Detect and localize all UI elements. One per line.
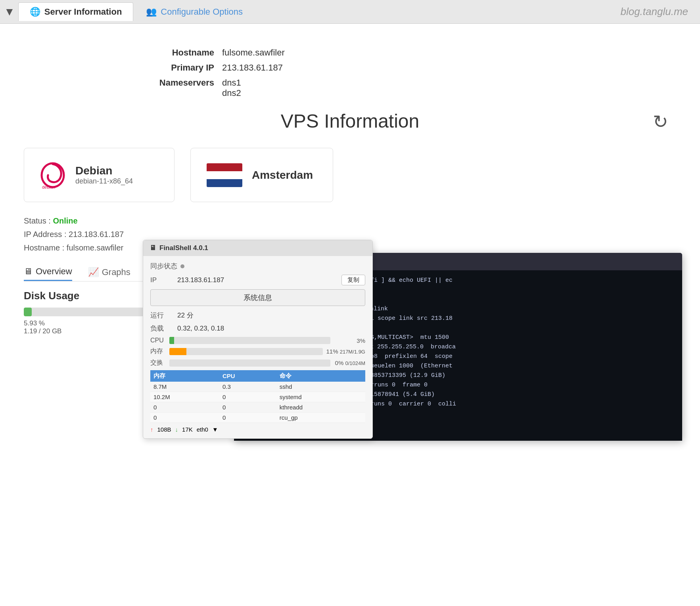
disk-bar-track — [24, 308, 159, 316]
sysinfo-button[interactable]: 系统信息 — [150, 289, 365, 306]
os-name: Debian — [75, 164, 133, 177]
sync-dot — [180, 264, 184, 268]
dropdown-arrow-icon: ▼ — [4, 6, 15, 18]
swap-progress-track — [169, 359, 330, 367]
proc-cpu: 0 — [219, 402, 276, 413]
network-interface: eth0 — [197, 426, 208, 433]
nameserver2-value: dns2 — [222, 88, 381, 98]
os-text-block: Debian debian-11-x86_64 — [75, 164, 133, 185]
proc-header-cpu: CPU — [219, 370, 276, 382]
tab-graphs[interactable]: 📈 Graphs — [88, 266, 130, 281]
upload-arrow-icon: ↑ — [150, 426, 153, 433]
mem-progress-track — [169, 348, 323, 355]
svg-text:debian: debian — [42, 185, 55, 189]
ip-address-label: IP Address : — [24, 230, 69, 239]
swap-stats-row: 交换 0% 0/1024M — [150, 359, 365, 367]
table-row: 10.2M 0 systemd — [150, 392, 365, 402]
tab-overview[interactable]: 🖥 Overview — [24, 266, 72, 281]
download-arrow-icon: ↓ — [175, 426, 178, 433]
status-value: Online — [53, 216, 77, 225]
nameservers-label: Nameservers — [127, 78, 214, 98]
proc-mem: 0 — [150, 413, 219, 423]
refresh-icon: ↻ — [653, 111, 668, 132]
primary-ip-label: Primary IP — [127, 63, 214, 73]
table-row: 0 0 rcu_gp — [150, 413, 365, 423]
proc-cmd: systemd — [276, 392, 365, 402]
finalshell-body: 同步状态 IP 213.183.61.187 复制 系统信息 运行 22 分 负… — [143, 256, 372, 438]
proc-cpu: 0 — [219, 392, 276, 402]
os-version: debian-11-x86_64 — [75, 177, 133, 185]
nameserver1-value: dns1 — [222, 78, 381, 88]
config-icon: 👥 — [146, 7, 157, 17]
uptime-value: 22 分 — [177, 311, 194, 320]
hostname-status-value: fulsome.sawfiler — [67, 243, 123, 252]
network-dropdown-icon[interactable]: ▼ — [212, 426, 218, 433]
cpu-label: CPU — [150, 337, 166, 344]
hostname-status-label: Hostname : — [24, 243, 67, 252]
watermark-text: blog.tanglu.me — [620, 6, 688, 18]
proc-header-cmd: 命令 — [276, 370, 365, 382]
finalshell-titlebar: 🖥 FinalShell 4.0.1 — [143, 240, 372, 256]
swap-label: 交换 — [150, 359, 166, 367]
swap-value: 0% 0/1024M — [334, 359, 365, 366]
location-name: Amsterdam — [252, 169, 313, 182]
debian-logo: debian — [40, 160, 66, 190]
proc-mem: 8.7M — [150, 382, 219, 392]
mem-progress-fill — [169, 348, 186, 355]
cpu-stats-row: CPU 3% — [150, 337, 365, 344]
table-row: 0 0 kthreadd — [150, 402, 365, 413]
proc-cmd: rcu_gp — [276, 413, 365, 423]
finalshell-ip-value: 213.183.61.187 — [177, 276, 224, 284]
top-tab-bar: ▼ 🌐 Server Information 👥 Configurable Op… — [0, 0, 700, 24]
globe-icon: 🌐 — [30, 7, 40, 17]
load-row: 负载 0.32, 0.23, 0.18 — [150, 324, 365, 333]
network-row: ↑ 108B ↓ 17K eth0 ▼ — [150, 426, 365, 433]
proc-cpu: 0 — [219, 413, 276, 423]
finalshell-window-icon: 🖥 — [150, 244, 156, 252]
mem-value: 11% 217M/1.9G — [326, 348, 365, 355]
cpu-value: 3% — [334, 337, 365, 344]
primary-ip-value: 213.183.61.187 — [222, 63, 381, 73]
finalshell-ip-row: IP 213.183.61.187 复制 — [150, 275, 365, 285]
uptime-row: 运行 22 分 — [150, 311, 365, 320]
status-label: Status : — [24, 216, 53, 225]
proc-cmd: sshd — [276, 382, 365, 392]
proc-cpu: 0.3 — [219, 382, 276, 392]
chart-icon: 📈 — [88, 267, 99, 277]
location-card: Amsterdam — [190, 148, 333, 202]
server-info-table: Hostname fulsome.sawfiler Primary IP 213… — [127, 48, 676, 98]
mem-label: 内存 — [150, 347, 166, 356]
load-value: 0.32, 0.23, 0.18 — [177, 325, 224, 333]
ip-address-value: 213.183.61.187 — [69, 230, 124, 239]
ip-label: IP — [150, 276, 174, 284]
main-content-area: Hostname fulsome.sawfiler Primary IP 213… — [0, 24, 700, 606]
cpu-progress-track — [169, 337, 330, 344]
hostname-label: Hostname — [127, 48, 214, 58]
disk-bar-fill — [24, 308, 32, 316]
refresh-button[interactable]: ↻ — [653, 111, 668, 132]
mem-detail: 217M/1.9G — [340, 349, 365, 355]
copy-ip-button[interactable]: 复制 — [341, 275, 365, 285]
upload-value: 108B — [157, 426, 171, 433]
sync-label: 同步状态 — [150, 262, 177, 271]
tab-server-information[interactable]: 🌐 Server Information — [18, 2, 134, 21]
vps-information-heading: VPS Information — [24, 110, 676, 132]
finalshell-sync-row: 同步状态 — [150, 262, 365, 271]
proc-cmd: kthreadd — [276, 402, 365, 413]
tab-configurable-options[interactable]: 👥 Configurable Options — [135, 3, 254, 21]
download-value: 17K — [182, 426, 193, 433]
proc-header-mem: 内存 — [150, 370, 219, 382]
hostname-value: fulsome.sawfiler — [222, 48, 381, 58]
netherlands-flag — [207, 163, 242, 187]
table-row: 8.7M 0.3 sshd — [150, 382, 365, 392]
monitor-icon: 🖥 — [24, 266, 33, 277]
finalshell-window: 🖥 FinalShell 4.0.1 同步状态 IP 213.183.61.18… — [143, 240, 373, 439]
mem-stats-row: 内存 11% 217M/1.9G — [150, 347, 365, 356]
os-card: debian Debian debian-11-x86_64 — [24, 148, 175, 202]
cpu-progress-fill — [169, 337, 174, 344]
swap-detail: 0/1024M — [345, 360, 365, 366]
proc-mem: 0 — [150, 402, 219, 413]
proc-mem: 10.2M — [150, 392, 219, 402]
finalshell-title: FinalShell 4.0.1 — [159, 244, 208, 252]
load-label: 负载 — [150, 324, 174, 333]
